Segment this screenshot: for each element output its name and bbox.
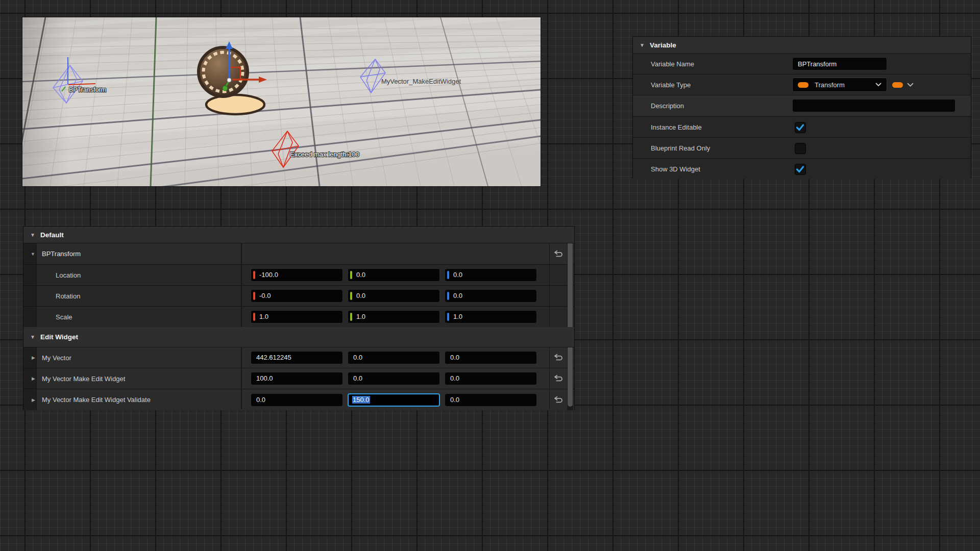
reset-to-default-button[interactable] [554,354,563,362]
label-myvector-makeeditwidget: MyVector_MakeEditWidget [381,78,461,85]
location-x-field[interactable]: -100.0 [251,268,343,282]
collapse-triangle-icon[interactable]: ▼ [31,252,35,257]
my-vector-make-edit-widget-z-field[interactable]: 0.0 [445,372,537,385]
row-my-vector-make-edit-widget[interactable]: ▶ My Vector Make Edit Widget 100.0 0.0 0… [23,368,574,389]
instance-editable-checkbox[interactable] [795,122,806,133]
variable-type-value: Transform [815,81,875,89]
container-type-pill-icon[interactable] [892,82,903,88]
row-gutter [23,265,37,285]
details-scrollbar-thumb[interactable] [568,229,573,407]
my-vector-make-edit-widget-label: My Vector Make Edit Widget [42,368,125,389]
my-vector-validate-x-field[interactable]: 0.0 [251,393,343,407]
variable-section-header[interactable]: ▼ Variable [633,37,971,54]
reset-arrow-icon [554,354,563,362]
my-vector-label: My Vector [42,347,71,368]
row-show-3d-widget: Show 3D Widget [633,158,971,179]
reset-to-default-button[interactable] [554,374,563,383]
variable-name-label: Variable Name [651,54,694,74]
label-bptransform: BPTransform [69,86,106,93]
transform-type-pill-icon [798,82,808,88]
label-exceed-max-length: Exceed max length:100 [290,151,359,158]
reset-arrow-icon [554,374,563,383]
scale-x-field[interactable]: 1.0 [251,310,343,323]
y-axis-color-bar [350,292,352,300]
edit-widget-category-header[interactable]: ▼ Edit Widget [23,327,574,347]
description-label: Description [651,95,684,116]
reset-arrow-icon [554,250,563,258]
my-vector-make-edit-widget-validate-label: My Vector Make Edit Widget Validate [42,389,151,410]
my-vector-y-field[interactable]: 0.0 [348,351,440,364]
row-description: Description [633,95,971,116]
location-z-field[interactable]: 0.0 [445,268,537,282]
expand-triangle-icon[interactable]: ▶ [32,355,35,360]
z-axis-color-bar [447,313,449,321]
viewport-scene: BPTransform MyVector_MakeEditWidget Exce… [22,17,541,186]
scale-y-field[interactable]: 1.0 [348,310,440,323]
chevron-down-icon [875,83,881,87]
reset-to-default-button[interactable] [554,250,563,258]
row-scale: Scale 1.0 1.0 1.0 [23,306,574,327]
variable-name-input[interactable]: BPTransform [792,57,887,70]
show-3d-widget-checkbox[interactable] [795,164,806,175]
expand-triangle-icon[interactable]: ▶ [32,376,35,381]
location-y-field[interactable]: 0.0 [348,268,440,282]
instance-editable-label: Instance Editable [651,117,702,137]
my-vector-x-field[interactable]: 442.612245 [251,351,343,364]
row-instance-editable: Instance Editable [633,116,971,137]
details-column-divider[interactable] [241,243,242,409]
x-axis-color-bar [253,313,255,321]
viewport-3d-preview[interactable]: BPTransform MyVector_MakeEditWidget Exce… [22,17,541,186]
edit-widget-category-title: Edit Widget [40,333,78,341]
defaults-details-panel: ▼ Default ▼ BPTransform Location -100.0 … [23,226,575,410]
my-vector-validate-z-field[interactable]: 0.0 [445,393,537,407]
default-category-header[interactable]: ▼ Default [23,227,574,243]
show-3d-widget-label: Show 3D Widget [651,159,700,179]
checkmark-icon [795,164,805,174]
row-my-vector-make-edit-widget-validate[interactable]: ▶ My Vector Make Edit Widget Validate 0.… [23,389,574,410]
my-vector-z-field[interactable]: 0.0 [445,351,537,364]
rotation-x-field[interactable]: -0.0 [251,289,343,303]
rotation-y-field[interactable]: 0.0 [348,289,440,303]
description-input[interactable] [792,99,955,112]
x-axis-color-bar [253,292,255,300]
row-variable-name: Variable Name BPTransform [633,53,971,74]
gizmo-origin [227,78,231,82]
rotation-label: Rotation [56,286,80,306]
row-bptransform[interactable]: ▼ BPTransform [23,243,574,264]
selected-text: 150.0 [352,396,370,404]
row-rotation: Rotation -0.0 0.0 0.0 [23,285,574,306]
y-axis-color-bar [350,313,352,321]
rotation-z-field[interactable]: 0.0 [445,289,537,303]
blueprint-editor-background[interactable]: BPTransform MyVector_MakeEditWidget Exce… [0,0,980,551]
checkmark-icon [795,122,805,133]
sphere-shadow [206,95,264,114]
collapse-triangle-icon: ▼ [30,334,35,340]
variable-type-dropdown[interactable]: Transform [792,78,887,92]
container-type-chevron-icon[interactable] [907,83,914,87]
my-vector-make-edit-widget-y-field[interactable]: 0.0 [348,372,440,385]
row-variable-type: Variable Type Transform [633,74,971,95]
variable-details-panel: ▼ Variable Variable Name BPTransform Var… [632,36,971,179]
row-blueprint-read-only: Blueprint Read Only [633,137,971,158]
variable-type-label: Variable Type [651,74,691,95]
reset-arrow-icon [554,396,563,404]
row-my-vector[interactable]: ▶ My Vector 442.612245 0.0 0.0 [23,347,574,368]
z-axis-color-bar [447,292,449,300]
scale-z-field[interactable]: 1.0 [445,310,537,323]
my-vector-make-edit-widget-x-field[interactable]: 100.0 [251,372,343,385]
blueprint-read-only-checkbox[interactable] [795,143,806,154]
viewport-vignette [22,17,68,186]
collapse-triangle-icon: ▼ [30,232,35,238]
reset-to-default-button[interactable] [554,396,563,404]
scale-label: Scale [56,307,72,327]
z-axis-color-bar [447,271,449,279]
y-axis-color-bar [350,271,352,279]
expand-triangle-icon[interactable]: ▶ [32,397,35,403]
details-scrollbar-track[interactable] [567,227,573,410]
default-category-title: Default [40,231,64,239]
collapse-triangle-icon: ▼ [640,42,645,48]
bptransform-row-label: BPTransform [42,243,81,264]
row-location: Location -100.0 0.0 0.0 [23,264,574,285]
variable-section-title: Variable [650,41,676,49]
my-vector-validate-y-field-focused[interactable]: 150.0 [348,393,440,407]
